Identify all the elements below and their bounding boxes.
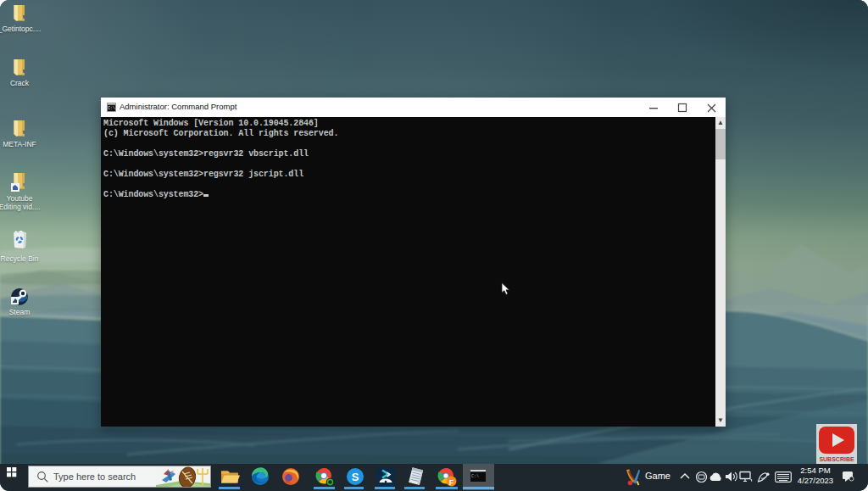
svg-text:S: S [352,471,359,483]
svg-text:C:\: C:\ [108,106,115,110]
svg-text:C:\: C:\ [471,474,479,479]
svg-text:F: F [449,478,454,487]
